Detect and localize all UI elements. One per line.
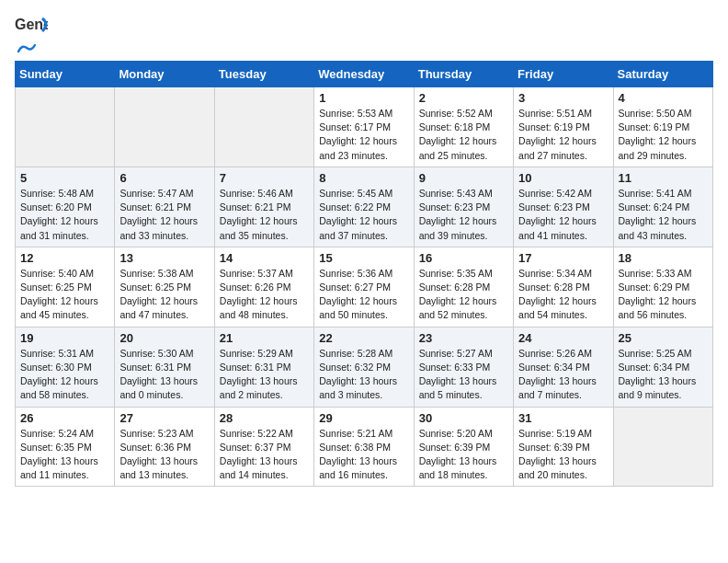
calendar-cell: 11Sunrise: 5:41 AM Sunset: 6:24 PM Dayli… <box>613 167 712 247</box>
day-info: Sunrise: 5:51 AM Sunset: 6:19 PM Dayligh… <box>518 107 608 163</box>
day-number: 4 <box>619 91 708 105</box>
calendar-cell <box>214 87 313 167</box>
calendar-cell: 12Sunrise: 5:40 AM Sunset: 6:25 PM Dayli… <box>16 247 115 327</box>
calendar-cell <box>613 407 712 487</box>
calendar-week-3: 12Sunrise: 5:40 AM Sunset: 6:25 PM Dayli… <box>16 247 713 327</box>
day-number: 13 <box>119 251 209 265</box>
day-number: 28 <box>220 411 309 425</box>
day-info: Sunrise: 5:29 AM Sunset: 6:31 PM Dayligh… <box>220 347 309 403</box>
day-number: 6 <box>119 171 209 185</box>
calendar-cell: 16Sunrise: 5:35 AM Sunset: 6:28 PM Dayli… <box>414 247 513 327</box>
day-info: Sunrise: 5:30 AM Sunset: 6:31 PM Dayligh… <box>119 347 209 403</box>
calendar-cell: 28Sunrise: 5:22 AM Sunset: 6:37 PM Dayli… <box>214 407 313 487</box>
day-info: Sunrise: 5:28 AM Sunset: 6:32 PM Dayligh… <box>319 347 408 403</box>
calendar-cell: 18Sunrise: 5:33 AM Sunset: 6:29 PM Dayli… <box>613 247 712 327</box>
calendar-cell: 6Sunrise: 5:47 AM Sunset: 6:21 PM Daylig… <box>115 167 214 247</box>
calendar-cell: 9Sunrise: 5:43 AM Sunset: 6:23 PM Daylig… <box>414 167 513 247</box>
day-number: 30 <box>419 411 508 425</box>
day-info: Sunrise: 5:19 AM Sunset: 6:39 PM Dayligh… <box>518 427 608 483</box>
calendar-cell: 5Sunrise: 5:48 AM Sunset: 6:20 PM Daylig… <box>16 167 115 247</box>
day-info: Sunrise: 5:43 AM Sunset: 6:23 PM Dayligh… <box>419 187 508 243</box>
day-number: 8 <box>319 171 408 185</box>
day-info: Sunrise: 5:26 AM Sunset: 6:34 PM Dayligh… <box>518 347 608 403</box>
day-info: Sunrise: 5:34 AM Sunset: 6:28 PM Dayligh… <box>518 267 608 323</box>
day-number: 24 <box>518 331 608 345</box>
day-number: 29 <box>319 411 408 425</box>
day-info: Sunrise: 5:45 AM Sunset: 6:22 PM Dayligh… <box>319 187 408 243</box>
calendar-cell: 26Sunrise: 5:24 AM Sunset: 6:35 PM Dayli… <box>16 407 115 487</box>
calendar-week-2: 5Sunrise: 5:48 AM Sunset: 6:20 PM Daylig… <box>16 167 713 247</box>
day-number: 31 <box>518 411 608 425</box>
calendar-cell: 15Sunrise: 5:36 AM Sunset: 6:27 PM Dayli… <box>314 247 414 327</box>
calendar-cell: 19Sunrise: 5:31 AM Sunset: 6:30 PM Dayli… <box>16 327 115 407</box>
calendar-cell: 30Sunrise: 5:20 AM Sunset: 6:39 PM Dayli… <box>414 407 513 487</box>
calendar-cell: 17Sunrise: 5:34 AM Sunset: 6:28 PM Dayli… <box>514 247 613 327</box>
day-number: 12 <box>20 251 109 265</box>
calendar-cell: 25Sunrise: 5:25 AM Sunset: 6:34 PM Dayli… <box>613 327 712 407</box>
day-info: Sunrise: 5:40 AM Sunset: 6:25 PM Dayligh… <box>20 267 109 323</box>
weekday-header-saturday: Saturday <box>613 62 712 87</box>
day-number: 9 <box>419 171 508 185</box>
calendar-cell: 8Sunrise: 5:45 AM Sunset: 6:22 PM Daylig… <box>314 167 414 247</box>
calendar-cell: 1Sunrise: 5:53 AM Sunset: 6:17 PM Daylig… <box>314 87 414 167</box>
weekday-header-thursday: Thursday <box>414 62 513 87</box>
calendar-cell: 3Sunrise: 5:51 AM Sunset: 6:19 PM Daylig… <box>514 87 613 167</box>
day-number: 11 <box>619 171 708 185</box>
day-number: 3 <box>518 91 608 105</box>
day-info: Sunrise: 5:38 AM Sunset: 6:25 PM Dayligh… <box>119 267 209 323</box>
calendar-cell: 29Sunrise: 5:21 AM Sunset: 6:38 PM Dayli… <box>314 407 414 487</box>
calendar-cell: 21Sunrise: 5:29 AM Sunset: 6:31 PM Dayli… <box>214 327 313 407</box>
day-number: 19 <box>20 331 109 345</box>
day-number: 2 <box>419 91 508 105</box>
calendar-cell: 20Sunrise: 5:30 AM Sunset: 6:31 PM Dayli… <box>115 327 214 407</box>
logo: General <box>15 15 48 53</box>
day-info: Sunrise: 5:25 AM Sunset: 6:34 PM Dayligh… <box>619 347 708 403</box>
calendar-cell <box>115 87 214 167</box>
day-info: Sunrise: 5:53 AM Sunset: 6:17 PM Dayligh… <box>319 107 408 163</box>
calendar-week-4: 19Sunrise: 5:31 AM Sunset: 6:30 PM Dayli… <box>16 327 713 407</box>
logo-icon: General <box>15 15 48 40</box>
calendar-table: SundayMondayTuesdayWednesdayThursdayFrid… <box>15 61 713 487</box>
calendar-cell: 23Sunrise: 5:27 AM Sunset: 6:33 PM Dayli… <box>414 327 513 407</box>
day-number: 27 <box>119 411 209 425</box>
day-info: Sunrise: 5:22 AM Sunset: 6:37 PM Dayligh… <box>220 427 309 483</box>
day-info: Sunrise: 5:27 AM Sunset: 6:33 PM Dayligh… <box>419 347 508 403</box>
day-info: Sunrise: 5:31 AM Sunset: 6:30 PM Dayligh… <box>20 347 109 403</box>
day-info: Sunrise: 5:41 AM Sunset: 6:24 PM Dayligh… <box>619 187 708 243</box>
day-info: Sunrise: 5:35 AM Sunset: 6:28 PM Dayligh… <box>419 267 508 323</box>
weekday-header-sunday: Sunday <box>16 62 115 87</box>
day-info: Sunrise: 5:48 AM Sunset: 6:20 PM Dayligh… <box>20 187 109 243</box>
calendar-cell <box>16 87 115 167</box>
calendar-cell: 13Sunrise: 5:38 AM Sunset: 6:25 PM Dayli… <box>115 247 214 327</box>
day-info: Sunrise: 5:36 AM Sunset: 6:27 PM Dayligh… <box>319 267 408 323</box>
day-info: Sunrise: 5:52 AM Sunset: 6:18 PM Dayligh… <box>419 107 508 163</box>
day-info: Sunrise: 5:47 AM Sunset: 6:21 PM Dayligh… <box>119 187 209 243</box>
calendar-cell: 31Sunrise: 5:19 AM Sunset: 6:39 PM Dayli… <box>514 407 613 487</box>
weekday-header-monday: Monday <box>115 62 214 87</box>
day-info: Sunrise: 5:37 AM Sunset: 6:26 PM Dayligh… <box>220 267 309 323</box>
day-info: Sunrise: 5:50 AM Sunset: 6:19 PM Dayligh… <box>619 107 708 163</box>
day-info: Sunrise: 5:21 AM Sunset: 6:38 PM Dayligh… <box>319 427 408 483</box>
day-number: 5 <box>20 171 109 185</box>
day-number: 1 <box>319 91 408 105</box>
logo-wave-icon <box>17 40 37 57</box>
day-number: 16 <box>419 251 508 265</box>
calendar-week-1: 1Sunrise: 5:53 AM Sunset: 6:17 PM Daylig… <box>16 87 713 167</box>
day-info: Sunrise: 5:23 AM Sunset: 6:36 PM Dayligh… <box>119 427 209 483</box>
day-number: 18 <box>619 251 708 265</box>
day-number: 22 <box>319 331 408 345</box>
weekday-header-friday: Friday <box>514 62 613 87</box>
calendar-cell: 14Sunrise: 5:37 AM Sunset: 6:26 PM Dayli… <box>214 247 313 327</box>
day-info: Sunrise: 5:42 AM Sunset: 6:23 PM Dayligh… <box>518 187 608 243</box>
calendar-cell: 22Sunrise: 5:28 AM Sunset: 6:32 PM Dayli… <box>314 327 414 407</box>
calendar-cell: 7Sunrise: 5:46 AM Sunset: 6:21 PM Daylig… <box>214 167 313 247</box>
day-number: 14 <box>220 251 309 265</box>
day-info: Sunrise: 5:46 AM Sunset: 6:21 PM Dayligh… <box>220 187 309 243</box>
day-number: 7 <box>220 171 309 185</box>
weekday-header-row: SundayMondayTuesdayWednesdayThursdayFrid… <box>16 62 713 87</box>
day-number: 23 <box>419 331 508 345</box>
day-number: 25 <box>619 331 708 345</box>
weekday-header-tuesday: Tuesday <box>214 62 313 87</box>
day-number: 21 <box>220 331 309 345</box>
calendar-cell: 2Sunrise: 5:52 AM Sunset: 6:18 PM Daylig… <box>414 87 513 167</box>
